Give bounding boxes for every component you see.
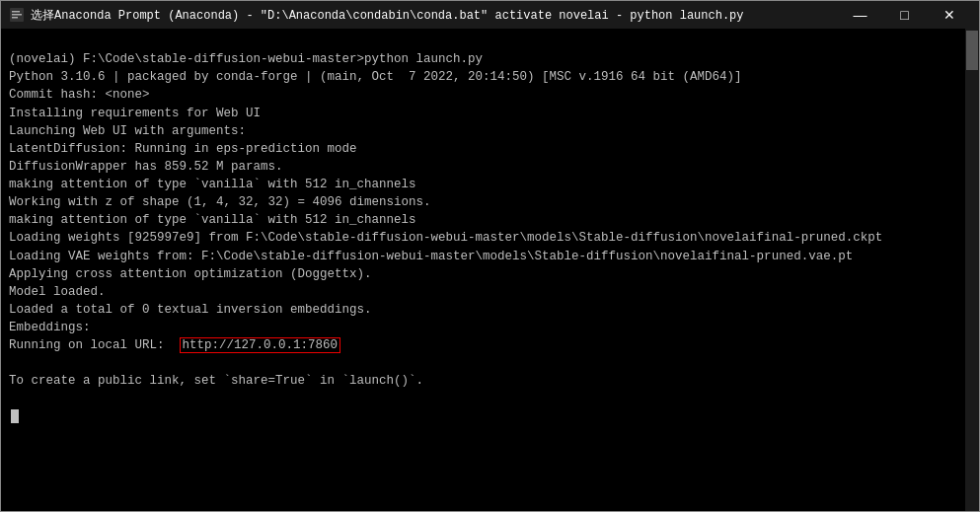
close-button[interactable]: ✕ [927, 1, 971, 29]
terminal-body[interactable]: (novelai) F:\Code\stable-diffusion-webui… [1, 29, 979, 511]
local-url: http://127.0.0.1:7860 [180, 337, 341, 353]
line-4: Installing requirements for Web UI [9, 107, 261, 120]
line-12: Loading VAE weights from: F:\Code\stable… [9, 250, 853, 263]
maximize-button[interactable]: □ [882, 1, 927, 29]
line-16: Embeddings: [9, 321, 91, 334]
title-bar-text: 选择Anaconda Prompt (Anaconda) - "D:\Anaco… [31, 7, 838, 24]
line-8: making attention of type `vanilla` with … [9, 178, 416, 191]
cursor-block [9, 410, 19, 424]
scrollbar[interactable] [965, 29, 979, 511]
line-11: Loading weights [925997e9] from F:\Code\… [9, 231, 882, 245]
svg-rect-1 [12, 11, 20, 13]
terminal-content: (novelai) F:\Code\stable-diffusion-webui… [9, 33, 971, 444]
window-icon [9, 7, 25, 23]
line-6: LatentDiffusion: Running in eps-predicti… [9, 142, 357, 156]
minimize-button[interactable]: — [838, 1, 882, 29]
title-bar-controls: — □ ✕ [838, 1, 971, 29]
svg-rect-3 [12, 17, 18, 19]
line-5: Launching Web UI with arguments: [9, 124, 246, 138]
scrollbar-thumb[interactable] [966, 31, 978, 70]
line-19: To create a public link, set `share=True… [9, 374, 423, 388]
line-14: Model loaded. [9, 285, 106, 299]
line-10: making attention of type `vanilla` with … [9, 213, 416, 227]
line-13: Applying cross attention optimization (D… [9, 267, 372, 281]
svg-rect-2 [12, 14, 22, 16]
line-2: Python 3.10.6 | packaged by conda-forge … [9, 70, 742, 84]
line-7: DiffusionWrapper has 859.52 M params. [9, 160, 283, 174]
title-bar: 选择Anaconda Prompt (Anaconda) - "D:\Anaco… [1, 1, 979, 29]
line-1: (novelai) F:\Code\stable-diffusion-webui… [9, 52, 483, 66]
line-15: Loaded a total of 0 textual inversion em… [9, 303, 372, 317]
terminal-window: 选择Anaconda Prompt (Anaconda) - "D:\Anaco… [0, 0, 980, 512]
line-3: Commit hash: <none> [9, 88, 150, 102]
line-17: Running on local URL: http://127.0.0.1:7… [9, 337, 340, 353]
line-9: Working with z of shape (1, 4, 32, 32) =… [9, 195, 431, 209]
